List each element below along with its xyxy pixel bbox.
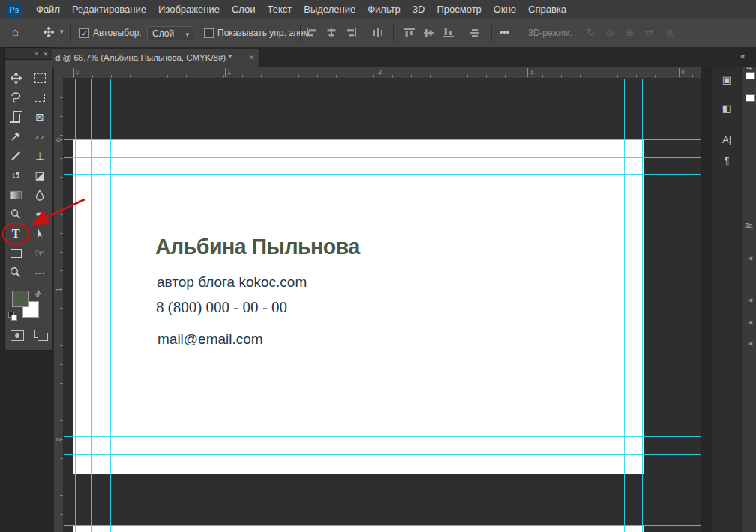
lasso-tool-button[interactable] [6, 88, 26, 106]
guide-horizontal[interactable] [63, 474, 701, 474]
guide-horizontal[interactable] [63, 157, 701, 158]
paragraph-panel-icon[interactable]: ¶ [717, 151, 736, 169]
autoselect-checkbox[interactable]: ✓ [80, 28, 89, 38]
guide-vertical[interactable] [608, 78, 608, 532]
menu-filter[interactable]: Фильтр [362, 0, 406, 19]
hand-tool-button[interactable]: ☞ [30, 244, 50, 262]
card-subtitle-text[interactable]: автор блога kokoc.com [157, 274, 307, 291]
photoshop-window: Ps Файл Редактирование Изображение Слои … [0, 0, 756, 532]
document-artboard-2[interactable] [73, 526, 644, 532]
guide-vertical[interactable] [110, 78, 111, 532]
document-tab[interactable]: d @ 66,7% (Альбина Пыльнова, CMYK/8#) * … [48, 49, 260, 67]
separator [520, 25, 521, 41]
screen-mode-button[interactable] [32, 327, 51, 345]
menu-view[interactable]: Просмотр [430, 0, 487, 19]
show-controls-checkbox[interactable] [204, 28, 214, 38]
distribute-horizontal-icon[interactable] [372, 28, 384, 38]
properties-panel-icon[interactable]: ▣ [717, 70, 736, 88]
type-tool-button[interactable]: T [6, 225, 26, 243]
home-icon[interactable]: ⌂ [12, 25, 19, 38]
chevron-left-icon[interactable]: ◀ [748, 340, 752, 347]
menu-file[interactable]: Файл [30, 0, 66, 19]
menu-help[interactable]: Справка [522, 0, 572, 19]
ruler-number: 1 [55, 282, 62, 291]
dodge-tool-button[interactable] [6, 205, 26, 223]
menu-image[interactable]: Изображение [152, 0, 226, 19]
edit-toolbar-button[interactable]: ⋯ [30, 264, 50, 282]
guide-horizontal[interactable] [63, 436, 701, 437]
canvas-area[interactable]: Альбина Пыльнова автор блога kokoc.com 8… [63, 78, 701, 532]
card-phone-text[interactable]: 8 (800) 000 - 00 - 00 [156, 298, 287, 317]
blur-tool-button[interactable] [30, 186, 50, 204]
guide-vertical[interactable] [624, 78, 625, 532]
object-selection-icon [34, 94, 45, 102]
show-controls-label: Показывать упр. элем. [218, 28, 312, 38]
vertical-ruler[interactable]: 0 1 2 [54, 78, 64, 532]
3d-pan-icon: ⊕ [626, 27, 634, 38]
more-align-options-button[interactable]: ••• [500, 28, 509, 38]
zoom-tool-button[interactable] [6, 264, 26, 282]
path-selection-tool-button[interactable] [30, 225, 50, 243]
card-email-text[interactable]: mail@email.com [158, 331, 263, 348]
quick-mask-button[interactable] [8, 327, 27, 345]
menu-edit[interactable]: Редактирование [66, 0, 152, 19]
ruler-ticks [63, 75, 701, 78]
guide-horizontal[interactable] [63, 174, 701, 175]
rectangle-tool-button[interactable] [6, 244, 26, 262]
character-panel-icon[interactable]: A| [717, 130, 736, 148]
chevron-left-icon[interactable]: ◀ [748, 319, 752, 326]
pen-tool-button[interactable]: ✒ [30, 205, 50, 223]
close-panel-icon[interactable]: × [44, 49, 48, 58]
chevron-down-icon[interactable]: ▾ [60, 28, 64, 35]
chevron-left-icon[interactable]: ◀ [748, 255, 752, 262]
move-tool-indicator-icon[interactable] [44, 27, 54, 40]
card-name-text[interactable]: Альбина Пыльнова [155, 234, 360, 259]
guide-vertical[interactable] [75, 78, 76, 532]
guide-horizontal[interactable] [63, 139, 701, 140]
color-swatch-chip[interactable] [746, 94, 754, 102]
chevron-left-icon[interactable]: ◀ [748, 297, 752, 303]
color-swatch-chip[interactable] [746, 72, 754, 79]
move-tool-button[interactable] [6, 69, 26, 87]
eraser-tool-button[interactable]: ◪ [30, 166, 50, 184]
frame-tool-button[interactable]: ⊠ [30, 108, 50, 126]
collapse-panels-icon[interactable]: « [740, 51, 746, 61]
gradient-tool-button[interactable] [6, 186, 26, 204]
panel-title-fragment: За [745, 222, 752, 229]
eyedropper-tool-button[interactable] [6, 127, 26, 145]
photoshop-logo[interactable]: Ps [6, 2, 22, 17]
align-left-icon[interactable] [306, 28, 318, 38]
brush-tool-button[interactable] [6, 147, 26, 165]
3d-mode-label: 3D-режим: [528, 28, 572, 38]
crop-tool-button[interactable] [6, 108, 26, 126]
autoselect-target-value: Слой [152, 28, 174, 39]
menu-select[interactable]: Выделение [298, 0, 362, 19]
align-middle-vertical-icon[interactable] [423, 28, 435, 38]
history-brush-tool-button[interactable]: ↺ [6, 166, 26, 184]
adjustments-panel-icon[interactable]: ◧ [717, 99, 736, 117]
object-selection-tool-button[interactable] [30, 88, 50, 106]
align-right-icon[interactable] [345, 28, 357, 38]
menu-window[interactable]: Окно [488, 0, 522, 19]
tab-close-icon[interactable]: × [249, 49, 254, 67]
foreground-color-swatch[interactable] [12, 291, 28, 307]
rectangular-marquee-tool-button[interactable] [30, 69, 50, 87]
menu-3d[interactable]: 3D [406, 0, 431, 19]
3d-roll-icon: ⊙ [606, 27, 614, 38]
align-center-horizontal-icon[interactable] [326, 28, 338, 38]
autoselect-target-select[interactable]: Слой ▾ [147, 26, 194, 40]
guide-vertical[interactable] [92, 78, 92, 532]
guide-horizontal[interactable] [63, 454, 701, 455]
guide-vertical[interactable] [642, 78, 643, 532]
distribute-vertical-icon[interactable] [470, 28, 482, 38]
clone-stamp-tool-button[interactable]: ⊥ [30, 147, 50, 165]
ruler-number: 2 [55, 432, 62, 441]
horizontal-ruler[interactable]: 0 1 2 3 4 [63, 67, 701, 79]
menu-type[interactable]: Текст [262, 0, 298, 19]
collapse-panel-icon[interactable]: « [34, 49, 38, 58]
menu-layers[interactable]: Слои [226, 0, 262, 19]
align-top-icon[interactable] [404, 28, 416, 38]
align-bottom-icon[interactable] [442, 28, 454, 38]
guide-horizontal[interactable] [63, 525, 701, 526]
healing-brush-tool-button[interactable]: ▱ [30, 127, 50, 145]
